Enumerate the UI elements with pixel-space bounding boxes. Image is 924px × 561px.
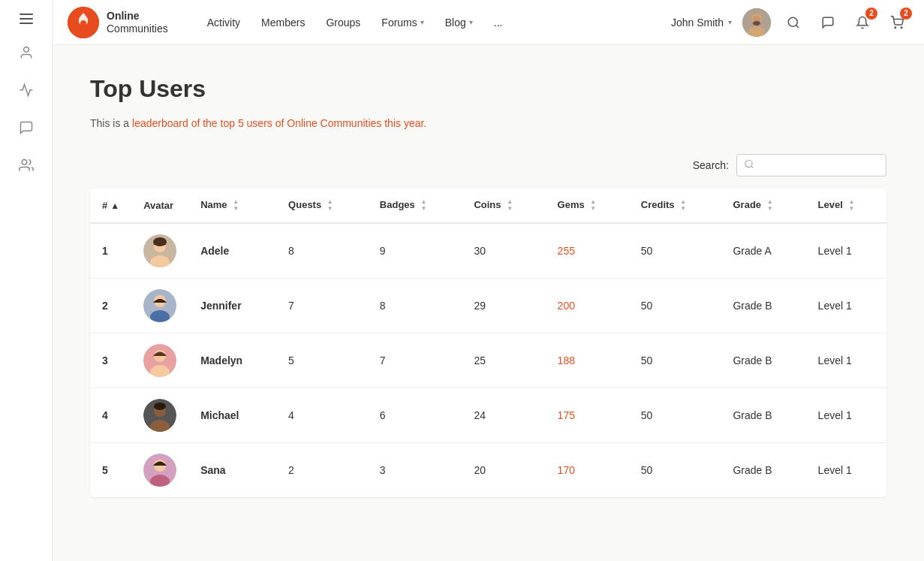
level-cell: Level 1 bbox=[806, 279, 886, 333]
user-avatar-1[interactable] bbox=[143, 289, 176, 322]
badges-cell: 3 bbox=[368, 443, 462, 498]
sidebar bbox=[0, 0, 53, 561]
credits-cell: 50 bbox=[629, 388, 721, 443]
nav-groups[interactable]: Groups bbox=[317, 12, 369, 33]
quests-cell: 2 bbox=[276, 443, 368, 498]
table-search-bar: Search: bbox=[90, 154, 886, 176]
avatar-cell bbox=[131, 388, 188, 443]
gems-cell: 175 bbox=[546, 388, 629, 443]
table-row: 3 Madelyn 5 7 25 188 50 Grade B Level 1 bbox=[90, 333, 886, 388]
table-row: 2 Jennifer 7 8 29 200 50 Grade B Level 1 bbox=[90, 279, 886, 333]
sidebar-icon-user[interactable] bbox=[11, 38, 41, 68]
cart-badge: 2 bbox=[900, 8, 912, 20]
messages-button[interactable] bbox=[816, 11, 840, 35]
coins-cell: 24 bbox=[462, 388, 545, 443]
grade-cell: Grade A bbox=[721, 223, 805, 279]
credits-cell: 50 bbox=[629, 223, 721, 279]
name-cell: Jennifer bbox=[188, 279, 276, 333]
logo-line1: Online bbox=[107, 10, 168, 23]
rank-cell: 5 bbox=[90, 443, 131, 498]
svg-point-8 bbox=[753, 21, 760, 26]
col-coins[interactable]: Coins ▲▼ bbox=[462, 189, 545, 223]
blog-chevron-icon: ▾ bbox=[469, 18, 473, 26]
users-table: # ▲ Avatar Name ▲▼ Quests ▲▼ bbox=[90, 189, 886, 497]
name-cell: Sana bbox=[188, 443, 276, 498]
quests-cell: 7 bbox=[276, 279, 368, 333]
sidebar-icon-group[interactable] bbox=[11, 150, 41, 180]
user-avatar-4[interactable] bbox=[143, 454, 176, 487]
user-avatar-2[interactable] bbox=[143, 344, 176, 377]
nav-activity[interactable]: Activity bbox=[198, 12, 249, 33]
svg-point-1 bbox=[22, 160, 27, 165]
col-avatar[interactable]: Avatar bbox=[131, 189, 188, 223]
subtitle-link: leaderboard of the top 5 users of Online… bbox=[132, 117, 426, 129]
col-grade[interactable]: Grade ▲▼ bbox=[721, 189, 805, 223]
user-avatar[interactable] bbox=[742, 8, 771, 37]
avatar-cell bbox=[131, 443, 188, 498]
nav-blog[interactable]: Blog ▾ bbox=[436, 12, 482, 33]
col-level[interactable]: Level ▲▼ bbox=[806, 189, 886, 223]
grade-cell: Grade B bbox=[721, 333, 805, 388]
col-gems[interactable]: Gems ▲▼ bbox=[546, 189, 629, 223]
svg-point-12 bbox=[901, 27, 902, 29]
quests-cell: 5 bbox=[276, 333, 368, 388]
user-chevron-icon: ▾ bbox=[728, 18, 732, 26]
col-credits[interactable]: Credits ▲▼ bbox=[629, 189, 721, 223]
svg-point-0 bbox=[23, 47, 29, 53]
rank-cell: 3 bbox=[90, 333, 131, 388]
col-quests[interactable]: Quests ▲▼ bbox=[276, 189, 368, 223]
svg-point-28 bbox=[154, 403, 166, 410]
badges-cell: 8 bbox=[368, 279, 462, 333]
logo-line2: Communities bbox=[107, 23, 168, 35]
coins-cell: 25 bbox=[462, 333, 545, 388]
sidebar-icon-activity[interactable] bbox=[11, 75, 41, 105]
col-badges[interactable]: Badges ▲▼ bbox=[368, 189, 462, 223]
table-header-row: # ▲ Avatar Name ▲▼ Quests ▲▼ bbox=[90, 189, 886, 223]
gems-cell: 188 bbox=[546, 333, 629, 388]
credits-cell: 50 bbox=[629, 443, 721, 498]
svg-point-11 bbox=[895, 27, 896, 29]
col-rank[interactable]: # ▲ bbox=[90, 189, 131, 223]
search-button[interactable] bbox=[781, 11, 805, 35]
user-avatar-0[interactable] bbox=[143, 234, 176, 267]
sidebar-icon-message[interactable] bbox=[11, 113, 41, 143]
name-cell: Michael bbox=[188, 388, 276, 443]
gems-cell: 255 bbox=[546, 223, 629, 279]
quests-cell: 4 bbox=[276, 388, 368, 443]
avatar-cell bbox=[131, 223, 188, 279]
col-name[interactable]: Name ▲▼ bbox=[188, 189, 276, 223]
cart-button[interactable]: 2 bbox=[885, 11, 909, 35]
credits-cell: 50 bbox=[629, 279, 721, 333]
notifications-button[interactable]: 2 bbox=[850, 11, 874, 35]
table-row: 4 Michael 4 6 24 175 50 Grade B Level 1 bbox=[90, 388, 886, 443]
search-icon bbox=[744, 159, 754, 172]
page-subtitle: This is a leaderboard of the top 5 users… bbox=[90, 115, 886, 131]
coins-cell: 20 bbox=[462, 443, 545, 498]
user-avatar-3[interactable] bbox=[143, 399, 176, 432]
svg-point-9 bbox=[788, 17, 797, 26]
table-row: 5 Sana 2 3 20 170 50 Grade B Level 1 bbox=[90, 443, 886, 498]
page-title: Top Users bbox=[90, 75, 886, 103]
svg-point-3 bbox=[80, 20, 86, 26]
user-menu[interactable]: John Smith ▾ bbox=[671, 17, 732, 29]
table-row: 1 Adele 8 9 30 255 50 Grade A Level 1 bbox=[90, 223, 886, 279]
badges-cell: 7 bbox=[368, 333, 462, 388]
badges-cell: 9 bbox=[368, 223, 462, 279]
user-name: John Smith bbox=[671, 17, 724, 29]
level-cell: Level 1 bbox=[806, 443, 886, 498]
gems-cell: 170 bbox=[546, 443, 629, 498]
nav-members[interactable]: Members bbox=[252, 12, 314, 33]
quests-cell: 8 bbox=[276, 223, 368, 279]
grade-cell: Grade B bbox=[721, 388, 805, 443]
search-input[interactable] bbox=[736, 154, 886, 176]
content-area: Top Users This is a leaderboard of the t… bbox=[53, 45, 924, 561]
nav-forums[interactable]: Forums ▾ bbox=[372, 12, 432, 33]
grade-cell: Grade B bbox=[721, 443, 805, 498]
level-cell: Level 1 bbox=[806, 388, 886, 443]
hamburger-menu[interactable] bbox=[14, 8, 39, 30]
svg-line-10 bbox=[796, 25, 798, 27]
nav-more[interactable]: ... bbox=[485, 12, 512, 33]
avatar-cell bbox=[131, 333, 188, 388]
logo[interactable]: Online Communities bbox=[68, 7, 168, 38]
nav-links: Activity Members Groups Forums ▾ Blog ▾ … bbox=[198, 12, 512, 33]
